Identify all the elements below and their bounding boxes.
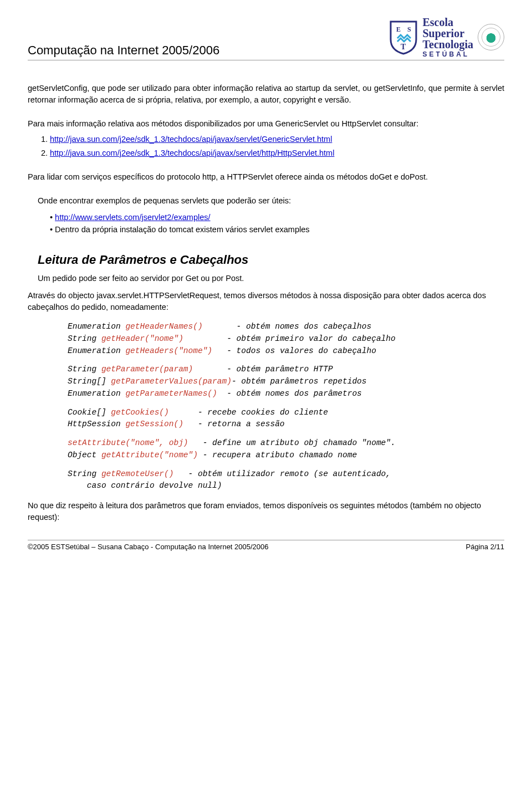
institute-seal-icon [478, 24, 504, 50]
svg-text:T: T [401, 43, 406, 51]
link-generic-servlet[interactable]: http://java.sun.com/j2ee/sdk_1.3/techdoc… [50, 135, 332, 144]
page-title: Computação na Internet 2005/2006 [28, 43, 219, 58]
section-heading: Leitura de Parâmetros e Cabeçalhos [38, 253, 504, 267]
page-footer: ©2005 ESTSetúbal – Susana Cabaço - Compu… [28, 540, 504, 551]
link-http-servlet[interactable]: http://java.sun.com/j2ee/sdk_1.3/techdoc… [50, 149, 334, 157]
list-item: http://java.sun.com/j2ee/sdk_1.3/techdoc… [50, 147, 504, 159]
paragraph-5: Um pedido pode ser feito ao servidor por… [38, 273, 504, 284]
school-name-l4: SETÚBAL [423, 51, 474, 58]
list-item: http://www.servlets.com/jservlet2/exampl… [50, 211, 504, 223]
school-logo-block: E S T Escola Superior Tecnologia SETÚBAL [388, 17, 505, 58]
bullet-text: Dentro da própria instalação do tomcat e… [55, 225, 309, 234]
footer-left: ©2005 ESTSetúbal – Susana Cabaço - Compu… [28, 543, 269, 551]
paragraph-6: Através do objecto javax.servlet.HTTPSer… [28, 290, 504, 313]
paragraph-2-lead: Para mais informação relativa aos método… [28, 118, 504, 130]
school-name-l1: Escola [423, 17, 474, 28]
paragraph-7: No que diz respeito à leitura dos parâme… [28, 500, 504, 523]
link-servlets-examples[interactable]: http://www.servlets.com/jservlet2/exampl… [55, 213, 210, 222]
svg-text:S: S [407, 25, 411, 33]
paragraph-3: Para lidar com serviços específicos do p… [28, 171, 504, 183]
shield-icon: E S T [388, 19, 418, 55]
footer-right: Página 2/11 [466, 543, 504, 551]
header-rule [28, 60, 504, 60]
examples-list: http://www.servlets.com/jservlet2/exampl… [50, 211, 504, 236]
list-item: http://java.sun.com/j2ee/sdk_1.3/techdoc… [50, 133, 504, 145]
svg-text:E: E [396, 25, 401, 33]
paragraph-1: getServletConfig, que pode ser utilizado… [28, 83, 504, 106]
school-name-l3: Tecnologia [423, 39, 474, 50]
code-block: Enumeration getHeaderNames() - obtém nom… [68, 321, 504, 492]
reference-links-list: http://java.sun.com/j2ee/sdk_1.3/techdoc… [50, 133, 504, 159]
paragraph-4-lead: Onde encontrar exemplos de pequenas serv… [38, 195, 504, 207]
list-item: Dentro da própria instalação do tomcat e… [50, 223, 504, 236]
school-name-l2: Superior [423, 28, 474, 39]
